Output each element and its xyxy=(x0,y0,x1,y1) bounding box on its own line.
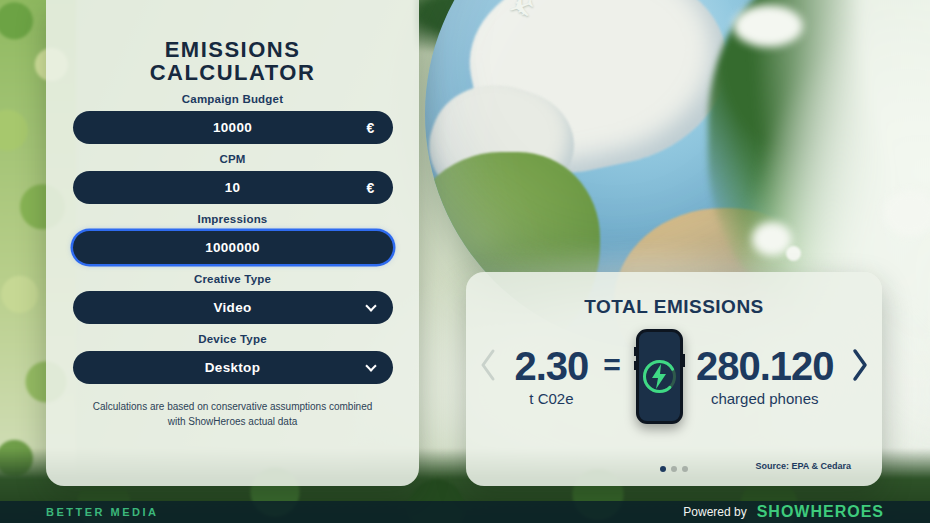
cloud-icon xyxy=(884,190,930,236)
powered-by-group: Powered by SHOWHEROES xyxy=(683,503,884,521)
carousel-next-button[interactable] xyxy=(850,348,870,382)
equivalent-unit: charged phones xyxy=(711,390,819,407)
forest-canopy-top xyxy=(415,0,650,58)
equivalent-value: 280.120 xyxy=(696,346,834,386)
chevron-down-icon xyxy=(365,361,376,372)
better-media-logo: BETTER MEDIA xyxy=(46,506,159,518)
chevron-left-icon xyxy=(478,348,498,382)
cloud-icon xyxy=(786,246,801,261)
chevron-right-icon xyxy=(850,348,870,382)
creative-type-value: Video xyxy=(213,300,251,315)
equals-sign: = xyxy=(603,348,621,382)
footer-bar: BETTER MEDIA Powered by SHOWHEROES xyxy=(0,501,930,523)
cpm-input[interactable]: 10 € xyxy=(73,171,393,204)
powered-by-text: Powered by xyxy=(683,505,746,519)
calculator-title-line2: CALCULATOR xyxy=(46,61,419,84)
field-campaign-budget: Campaign Budget 10000 € xyxy=(46,93,419,144)
charging-phone-icon xyxy=(636,329,683,424)
creative-type-select[interactable]: Video xyxy=(73,291,393,324)
emissions-value: 2.30 xyxy=(515,346,589,386)
forest-canopy-right xyxy=(708,0,930,315)
field-device-type: Device Type Desktop xyxy=(46,333,419,384)
calculator-title-line1: EMISSIONS xyxy=(46,38,419,61)
lightning-bolt-icon xyxy=(652,364,666,389)
charging-ring-icon xyxy=(639,356,680,397)
airplane-icon: ✈ xyxy=(503,0,540,29)
carousel-dot-2[interactable] xyxy=(671,466,677,472)
results-title: TOTAL EMISSIONS xyxy=(466,296,882,318)
cpm-label: CPM xyxy=(46,153,419,165)
field-creative-type: Creative Type Video xyxy=(46,273,419,324)
carousel-prev-button[interactable] xyxy=(478,348,498,382)
field-cpm: CPM 10 € xyxy=(46,153,419,204)
carousel-dot-1[interactable] xyxy=(660,466,666,472)
cpm-value: 10 xyxy=(225,180,241,195)
impressions-value: 1000000 xyxy=(205,240,260,255)
emissions-unit: t C02e xyxy=(529,390,573,407)
carousel-dot-3[interactable] xyxy=(682,466,688,472)
cloud-icon xyxy=(733,5,803,47)
emissions-calculator-panel: EMISSIONS CALCULATOR Campaign Budget 100… xyxy=(46,0,419,486)
equivalent-metric: 280.120 charged phones xyxy=(696,346,834,407)
globe-mountains xyxy=(454,0,745,190)
impressions-label: Impressions xyxy=(46,213,419,225)
creative-type-label: Creative Type xyxy=(46,273,419,285)
total-emissions-panel: TOTAL EMISSIONS 2.30 t C02e = 2 xyxy=(466,272,882,486)
cloud-icon xyxy=(752,222,792,256)
campaign-budget-value: 10000 xyxy=(213,120,252,135)
campaign-budget-input[interactable]: 10000 € xyxy=(73,111,393,144)
field-impressions: Impressions 1000000 xyxy=(46,213,419,264)
source-attribution: Source: EPA & Cedara xyxy=(755,461,851,471)
device-type-select[interactable]: Desktop xyxy=(73,351,393,384)
impressions-input[interactable]: 1000000 xyxy=(73,231,393,264)
device-type-label: Device Type xyxy=(46,333,419,345)
campaign-budget-label: Campaign Budget xyxy=(46,93,419,105)
globe-mountains-small xyxy=(425,67,587,227)
emissions-metric: 2.30 t C02e xyxy=(515,346,589,407)
carousel-dots xyxy=(660,466,688,472)
device-type-value: Desktop xyxy=(205,360,260,375)
results-row: 2.30 t C02e = 280.120 charged phones xyxy=(466,326,882,426)
calculator-title: EMISSIONS CALCULATOR xyxy=(46,38,419,84)
disclaimer-text: Calculations are based on conservative a… xyxy=(83,399,383,429)
app-window: ✈ EMISSIONS CALCULATOR Campaign Budget 1… xyxy=(0,0,930,523)
euro-symbol: € xyxy=(366,180,374,196)
euro-symbol: € xyxy=(366,120,374,136)
showheroes-logo: SHOWHEROES xyxy=(757,503,884,521)
chevron-down-icon xyxy=(365,301,376,312)
globe-forest-edge xyxy=(760,0,897,218)
